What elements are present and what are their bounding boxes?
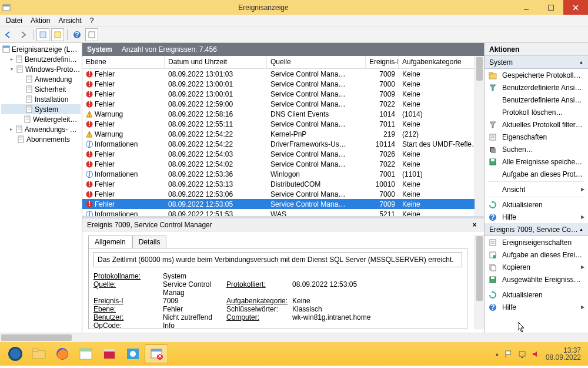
start-button[interactable] — [4, 344, 27, 363]
grid-header[interactable]: Ebene Datum und Uhrzeit Quelle Ereignis-… — [82, 56, 484, 69]
action-item[interactable]: Aktualisieren — [485, 289, 588, 301]
action-item[interactable]: Benutzerdefinierte Ansicht i… — [485, 94, 588, 106]
table-row[interactable]: !Fehler08.09.2022 12:55:11Service Contro… — [82, 119, 484, 129]
tb-app3[interactable] — [121, 344, 145, 363]
action-item[interactable]: Benutzerdefinierte Ansicht e… — [485, 81, 588, 94]
toolbar-btn-1[interactable] — [36, 28, 49, 41]
tree-item[interactable]: Weitergeleitete Erei — [1, 114, 81, 124]
action-item[interactable]: Kopieren▶ — [485, 261, 588, 273]
tree-item[interactable]: Anwendung — [1, 74, 81, 84]
detail-pane: Ereignis 7009, Service Control Manager ×… — [82, 216, 484, 333]
table-row[interactable]: !Fehler08.09.2022 13:01:03Service Contro… — [82, 69, 484, 79]
table-row[interactable]: !Fehler08.09.2022 13:00:01Service Contro… — [82, 79, 484, 89]
table-row[interactable]: !Fehler08.09.2022 12:53:05Service Contro… — [82, 199, 484, 209]
menu-help[interactable]: ? — [86, 15, 98, 26]
table-row[interactable]: !Warnung08.09.2022 12:54:22Kernel-PnP219… — [82, 129, 484, 139]
action-item[interactable]: Eigenschaften — [485, 131, 588, 143]
tree-label: Installation — [35, 95, 68, 104]
actions-sect-system[interactable]: System▲ — [485, 56, 588, 69]
tray-volume-icon[interactable] — [532, 350, 540, 358]
action-item[interactable]: Ausgewählte Ereignisse spei… — [485, 273, 588, 286]
tb-explorer[interactable] — [27, 344, 51, 363]
action-item[interactable]: Ansicht▶ — [485, 183, 588, 195]
tree-item[interactable]: Abonnements — [1, 134, 81, 144]
tb-app1[interactable] — [74, 344, 98, 363]
toolbar-btn-2[interactable] — [51, 28, 64, 41]
action-item[interactable]: Suchen… — [485, 143, 588, 155]
col-source[interactable]: Quelle — [267, 56, 366, 68]
error-icon: ! — [86, 121, 93, 128]
action-item[interactable]: Gespeicherte Protokolldatei… — [485, 69, 588, 81]
action-item[interactable]: Aufgabe an dieses Protokoll… — [485, 168, 588, 180]
table-row[interactable]: !Warnung08.09.2022 12:58:16DNS Client Ev… — [82, 109, 484, 119]
tab-general[interactable]: Allgemein — [88, 236, 132, 248]
table-row[interactable]: !Fehler08.09.2022 13:00:01Service Contro… — [82, 89, 484, 99]
taskbar[interactable]: × ▴ 13:3708.09.2022 — [0, 342, 588, 366]
toolbar-btn-3[interactable] — [85, 28, 98, 41]
col-id[interactable]: Ereignis-ID — [366, 56, 399, 68]
tree-item[interactable]: System — [1, 104, 81, 114]
maximize-button[interactable] — [539, 0, 563, 15]
grid-scrollbar[interactable] — [475, 56, 484, 216]
v-comp: wk-win81g.intranet.home — [292, 313, 462, 321]
expand-icon[interactable]: ▸ — [9, 57, 14, 62]
tab-details[interactable]: Details — [132, 236, 167, 248]
detail-close-button[interactable]: × — [470, 220, 479, 230]
system-tray[interactable]: ▴ 13:3708.09.2022 — [496, 347, 584, 361]
forward-button[interactable] — [17, 28, 30, 41]
hscrollbar[interactable] — [0, 333, 588, 342]
tree-item[interactable]: ▸Benutzerdefinierte Ans — [1, 54, 81, 64]
table-row[interactable]: !Fehler08.09.2022 12:53:13DistributedCOM… — [82, 179, 484, 189]
log-icon — [16, 135, 25, 144]
tb-eventviewer[interactable]: × — [145, 344, 168, 363]
tree-root[interactable]: Ereignisanzeige (Lokal) — [1, 44, 81, 54]
tray-flag-icon[interactable] — [505, 350, 512, 358]
action-item[interactable]: Aufgabe an dieses Ereignis … — [485, 248, 588, 261]
log-viewer-icon — [2, 45, 10, 54]
tree-item[interactable]: Installation — [1, 94, 81, 104]
table-row[interactable]: !Fehler08.09.2022 12:54:03Service Contro… — [82, 149, 484, 159]
tree-item[interactable]: Sicherheit — [1, 84, 81, 94]
table-row[interactable]: !Fehler08.09.2022 12:53:06Service Contro… — [82, 189, 484, 199]
error-icon: ! — [86, 81, 93, 88]
k-logged: Protokolliert: — [226, 280, 266, 289]
action-item[interactable]: ?Hilfe▶ — [485, 301, 588, 313]
table-row[interactable]: !Fehler08.09.2022 12:54:02Service Contro… — [82, 159, 484, 169]
help-button[interactable]: ? — [71, 28, 83, 41]
col-level[interactable]: Ebene — [82, 56, 165, 68]
action-item[interactable]: ?Hilfe▶ — [485, 211, 588, 223]
minimize-button[interactable] — [514, 0, 539, 15]
col-cat[interactable]: Aufgabenkategorie — [399, 56, 484, 68]
action-item[interactable]: Aktualisieren — [485, 198, 588, 211]
menu-file[interactable]: Datei — [2, 15, 26, 26]
table-row[interactable]: iInformationen08.09.2022 12:53:36Winlogo… — [82, 169, 484, 179]
svg-text:!: ! — [88, 101, 91, 108]
action-item[interactable]: Alle Ereignisse speichern un… — [485, 155, 588, 168]
save-icon — [488, 275, 497, 284]
action-item[interactable]: Aktuelles Protokoll filtern… — [485, 118, 588, 131]
table-row[interactable]: iInformationen08.09.2022 12:54:22DriverF… — [82, 139, 484, 149]
menu-action[interactable]: Aktion — [27, 15, 54, 26]
event-grid[interactable]: Ebene Datum und Uhrzeit Quelle Ereignis-… — [82, 56, 484, 216]
actions-sect-event[interactable]: Ereignis 7009, Service Co…▲ — [485, 223, 588, 236]
props-icon — [488, 238, 497, 247]
table-row[interactable]: !Fehler08.09.2022 12:59:00Service Contro… — [82, 99, 484, 109]
action-item[interactable]: Protokoll löschen… — [485, 106, 588, 118]
action-item[interactable]: Ereigniseigenschaften — [485, 236, 588, 248]
menu-view[interactable]: Ansicht — [55, 15, 85, 26]
tree-item[interactable]: ▸Anwendungs- und Dien — [1, 124, 81, 134]
tray-chevron-icon[interactable]: ▴ — [496, 351, 499, 357]
detail-scrollbar[interactable] — [475, 235, 484, 329]
tb-app2[interactable] — [98, 344, 121, 363]
col-datetime[interactable]: Datum und Uhrzeit — [165, 56, 267, 68]
expand-icon[interactable]: ▾ — [9, 67, 14, 72]
tray-network-icon[interactable] — [518, 350, 526, 358]
close-button[interactable] — [563, 0, 588, 15]
log-count: Anzahl von Ereignissen: 7.456 — [122, 45, 217, 54]
tb-firefox[interactable] — [51, 344, 74, 363]
expand-icon[interactable]: ▸ — [9, 127, 14, 132]
tree-view[interactable]: Ereignisanzeige (Lokal) ▸Benutzerdefinie… — [0, 43, 82, 333]
tree-item[interactable]: ▾Windows-Protokolle — [1, 64, 81, 74]
back-button[interactable] — [2, 28, 15, 41]
clock[interactable]: 13:3708.09.2022 — [546, 347, 581, 361]
